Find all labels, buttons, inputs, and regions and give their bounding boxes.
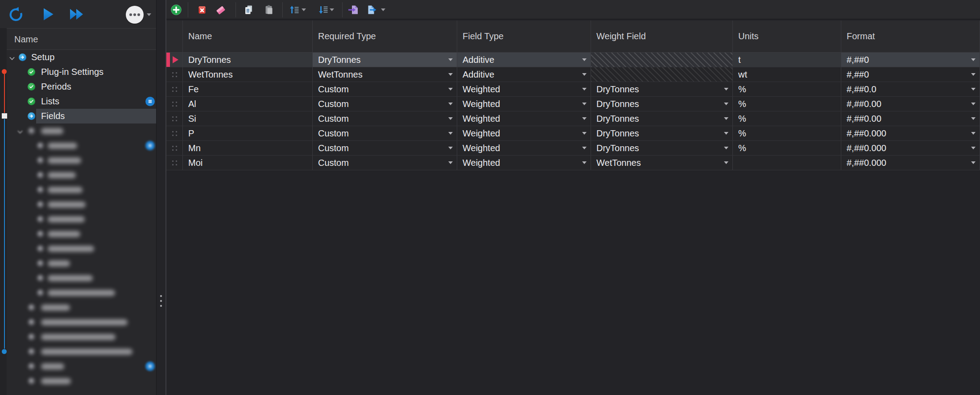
weight_field-cell[interactable]: DryTonnes: [591, 141, 733, 156]
field_type-cell[interactable]: Weighted: [457, 156, 591, 170]
dropdown-caret-icon[interactable]: [971, 88, 976, 91]
name-cell[interactable]: DryTonnes: [183, 53, 313, 67]
tree-item-redacted[interactable]: [0, 329, 156, 344]
sidebar-item-plug-in-settings[interactable]: Plug-in Settings: [0, 65, 156, 79]
copy-button[interactable]: [242, 4, 255, 16]
name-cell[interactable]: P: [183, 126, 313, 141]
format-cell[interactable]: #,##0.00: [841, 97, 980, 111]
tree-item-redacted[interactable]: [0, 153, 156, 168]
dropdown-caret-icon[interactable]: [448, 161, 453, 164]
field_type-cell[interactable]: Additive: [457, 67, 591, 82]
dropdown-caret-icon[interactable]: [448, 88, 453, 91]
tree-item-redacted[interactable]: [0, 226, 156, 241]
dropdown-caret-icon[interactable]: [582, 147, 587, 149]
row-drag-handle[interactable]: [166, 111, 183, 126]
sidebar-tree-column-header[interactable]: Name: [7, 28, 156, 50]
sidebar-item-lists[interactable]: Lists: [0, 94, 156, 109]
sidebar-item-setup[interactable]: Setup: [0, 50, 156, 65]
fast-forward-button[interactable]: [68, 6, 84, 22]
required_type-cell[interactable]: Custom: [313, 82, 457, 97]
required_type-cell[interactable]: Custom: [313, 126, 457, 141]
units-cell[interactable]: %: [733, 97, 841, 111]
dropdown-caret-icon[interactable]: [582, 88, 587, 91]
tree-item-redacted[interactable]: [0, 138, 156, 153]
dropdown-caret-icon[interactable]: [448, 73, 453, 76]
field_type-cell[interactable]: Weighted: [457, 111, 591, 126]
tree-item-redacted[interactable]: [0, 271, 156, 285]
units-cell[interactable]: t: [733, 53, 841, 67]
sort-ascending-caret[interactable]: [302, 8, 306, 11]
dropdown-caret-icon[interactable]: [724, 103, 728, 105]
format-cell[interactable]: #,##0: [841, 67, 980, 82]
units-cell[interactable]: %: [733, 141, 841, 156]
dropdown-caret-icon[interactable]: [971, 161, 976, 164]
sidebar-item-fields[interactable]: Fields: [0, 109, 156, 123]
row-drag-handle[interactable]: [166, 82, 183, 97]
tree-item-redacted[interactable]: [0, 182, 156, 197]
tree-item-redacted[interactable]: [0, 256, 156, 271]
required_type-cell[interactable]: Custom: [313, 141, 457, 156]
dropdown-caret-icon[interactable]: [582, 58, 587, 61]
dropdown-caret-icon[interactable]: [582, 103, 587, 105]
name-cell[interactable]: Fe: [183, 82, 313, 97]
tree-item-redacted[interactable]: [0, 359, 156, 374]
row-drag-handle[interactable]: [166, 67, 183, 82]
weight_field-cell[interactable]: WetTonnes: [591, 156, 733, 170]
name-cell[interactable]: Si: [183, 111, 313, 126]
dropdown-caret-icon[interactable]: [582, 73, 587, 76]
paste-button[interactable]: [263, 4, 275, 16]
units-cell[interactable]: wt: [733, 67, 841, 82]
units-cell[interactable]: %: [733, 82, 841, 97]
clear-button[interactable]: [215, 4, 227, 16]
weight_field-cell[interactable]: DryTonnes: [591, 111, 733, 126]
row-drag-handle[interactable]: [166, 97, 183, 111]
tree-item-redacted[interactable]: [0, 212, 156, 226]
dropdown-caret-icon[interactable]: [448, 58, 453, 61]
dropdown-caret-icon[interactable]: [971, 73, 976, 76]
sort-descending-button[interactable]: [317, 4, 330, 16]
sort-descending-caret[interactable]: [330, 8, 334, 11]
import-button[interactable]: [347, 4, 360, 16]
refresh-button[interactable]: [8, 6, 24, 22]
required_type-cell[interactable]: Custom: [313, 111, 457, 126]
delete-button[interactable]: [196, 4, 208, 16]
name-cell[interactable]: Mn: [183, 141, 313, 156]
tree-item-redacted[interactable]: [0, 123, 156, 138]
field_type-cell[interactable]: Weighted: [457, 97, 591, 111]
dropdown-caret-icon[interactable]: [971, 147, 976, 149]
dropdown-caret-icon[interactable]: [971, 58, 976, 61]
sidebar-item-periods[interactable]: Periods: [0, 79, 156, 94]
row-drag-handle[interactable]: [166, 126, 183, 141]
column-header-field_type[interactable]: Field Type: [457, 21, 591, 53]
tree-item-redacted[interactable]: [0, 285, 156, 300]
dropdown-caret-icon[interactable]: [971, 117, 976, 120]
field_type-cell[interactable]: Weighted: [457, 82, 591, 97]
tree-item-redacted[interactable]: [0, 344, 156, 359]
tree-item-redacted[interactable]: [0, 241, 156, 256]
row-drag-handle[interactable]: [166, 156, 183, 170]
column-header-units[interactable]: Units: [733, 21, 841, 53]
tree-item-redacted[interactable]: [0, 315, 156, 329]
dropdown-caret-icon[interactable]: [582, 132, 587, 135]
dropdown-caret-icon[interactable]: [582, 161, 587, 164]
weight_field-cell[interactable]: DryTonnes: [591, 97, 733, 111]
run-button[interactable]: [40, 6, 56, 22]
dropdown-caret-icon[interactable]: [582, 117, 587, 120]
format-cell[interactable]: #,##0.00: [841, 111, 980, 126]
name-cell[interactable]: Al: [183, 97, 313, 111]
name-cell[interactable]: Moi: [183, 156, 313, 170]
units-cell[interactable]: [733, 156, 841, 170]
tree-item-redacted[interactable]: [0, 197, 156, 212]
chevron-down-icon[interactable]: [17, 128, 22, 133]
dropdown-caret-icon[interactable]: [971, 132, 976, 135]
dropdown-caret-icon[interactable]: [724, 88, 728, 91]
name-cell[interactable]: WetTonnes: [183, 67, 313, 82]
weight_field-cell[interactable]: DryTonnes: [591, 82, 733, 97]
format-cell[interactable]: #,##0.000: [841, 156, 980, 170]
tree-item-redacted[interactable]: [0, 374, 156, 388]
units-cell[interactable]: %: [733, 126, 841, 141]
format-cell[interactable]: #,##0.0: [841, 82, 980, 97]
splitter-grip-icon[interactable]: [160, 295, 162, 307]
dropdown-caret-icon[interactable]: [724, 161, 728, 164]
column-header-name[interactable]: Name: [183, 21, 313, 53]
